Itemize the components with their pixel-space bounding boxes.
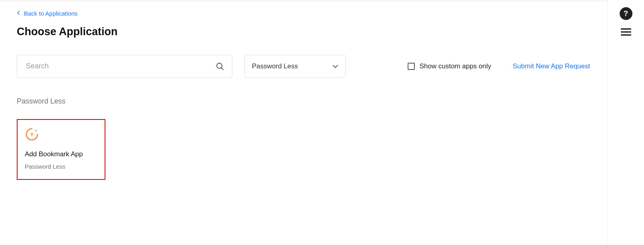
category-dropdown[interactable]: Password Less xyxy=(244,55,346,78)
app-card-title: Add Bookmark App xyxy=(25,150,97,158)
help-icon[interactable]: ? xyxy=(620,7,632,20)
section-label: Password Less xyxy=(17,97,590,106)
show-custom-apps-checkbox[interactable]: Show custom apps only xyxy=(408,62,491,70)
svg-rect-4 xyxy=(621,28,631,30)
submit-new-app-request-link[interactable]: Submit New App Request xyxy=(513,62,590,70)
search-input[interactable] xyxy=(26,62,215,70)
right-rail: ? xyxy=(607,0,644,245)
dropdown-selected-label: Password Less xyxy=(252,62,298,70)
checkbox-empty-icon xyxy=(408,63,415,70)
svg-line-1 xyxy=(222,68,224,70)
page-title: Choose Application xyxy=(17,26,590,38)
app-logo-icon xyxy=(25,127,97,143)
back-to-applications-link[interactable]: Back to Applications xyxy=(17,10,77,17)
chevron-down-icon xyxy=(333,62,338,70)
search-icon[interactable] xyxy=(215,62,225,71)
svg-rect-5 xyxy=(621,32,631,33)
app-card-subtitle: Password Less xyxy=(25,163,97,170)
back-link-label: Back to Applications xyxy=(24,10,77,17)
hamburger-menu-icon[interactable] xyxy=(621,28,631,38)
svg-rect-6 xyxy=(621,34,631,36)
search-box xyxy=(17,55,232,78)
chevron-left-icon xyxy=(17,10,20,16)
app-card-add-bookmark[interactable]: Add Bookmark App Password Less xyxy=(17,119,105,180)
checkbox-label: Show custom apps only xyxy=(420,62,491,70)
svg-rect-3 xyxy=(32,134,32,136)
